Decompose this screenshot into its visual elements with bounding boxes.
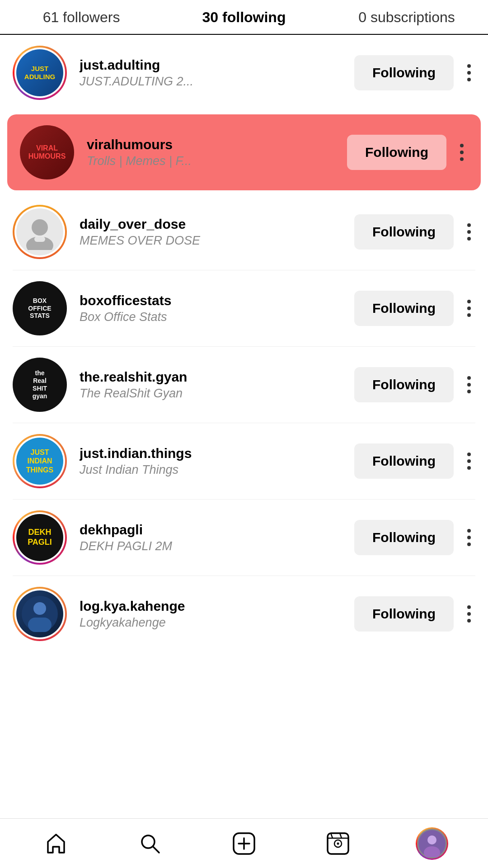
username-boxofficestats[interactable]: boxofficestats — [80, 293, 349, 308]
nav-reels[interactable] — [320, 826, 356, 862]
username-just-adulting[interactable]: just.adulting — [80, 57, 349, 73]
svg-point-0 — [32, 219, 48, 236]
account-row-viralhumours: VIRALHUMOURS viralhumours Trolls | Memes… — [7, 114, 481, 190]
more-options-just-indian-things[interactable] — [463, 448, 475, 474]
svg-point-13 — [337, 842, 339, 844]
realname-boxofficestats: Box Office Stats — [80, 310, 349, 324]
username-just-indian-things[interactable]: just.indian.things — [80, 446, 349, 461]
more-options-boxofficestats[interactable] — [463, 295, 475, 321]
following-btn-dekhpagli[interactable]: Following — [354, 520, 454, 555]
account-row-daily-over-dose: daily_over_dose MEMES OVER DOSE Followin… — [0, 194, 488, 270]
account-info-just-indian-things: just.indian.things Just Indian Things — [80, 446, 349, 477]
more-options-dekhpagli[interactable] — [463, 524, 475, 551]
account-row-just-adulting: JUSTADULING just.adulting JUST.ADULTING … — [0, 35, 488, 111]
following-btn-realshit-gyan[interactable]: Following — [354, 367, 454, 402]
more-options-viralhumours[interactable] — [455, 139, 468, 165]
nav-home[interactable] — [38, 826, 74, 862]
avatar-log-kya-kahenge[interactable] — [13, 587, 67, 641]
more-options-just-adulting[interactable] — [463, 60, 475, 86]
following-list: JUSTADULING just.adulting JUST.ADULTING … — [0, 35, 488, 706]
account-row-realshit-gyan: theRealSHITgyan the.realshit.gyan The Re… — [0, 347, 488, 423]
following-btn-daily-over-dose[interactable]: Following — [354, 214, 454, 250]
following-btn-viralhumours[interactable]: Following — [347, 135, 446, 170]
nav-profile[interactable] — [414, 826, 450, 862]
avatar-just-indian-things[interactable]: JUSTINDIANTHINGS — [13, 434, 67, 488]
following-stat[interactable]: 30 following — [163, 9, 325, 35]
username-realshit-gyan[interactable]: the.realshit.gyan — [80, 369, 349, 385]
avatar-daily-over-dose[interactable] — [13, 205, 67, 259]
username-log-kya-kahenge[interactable]: log.kya.kahenge — [80, 599, 349, 614]
avatar-realshit-gyan[interactable]: theRealSHITgyan — [13, 358, 67, 412]
svg-point-18 — [427, 835, 436, 844]
realname-daily-over-dose: MEMES OVER DOSE — [80, 234, 349, 248]
avatar-dekhpagli[interactable]: DEKHPAGLI — [13, 510, 67, 565]
account-info-just-adulting: just.adulting JUST.ADULTING 2... — [80, 57, 349, 89]
following-label: 30 following — [202, 9, 286, 26]
followers-stat[interactable]: 61 followers — [0, 9, 163, 34]
nav-add[interactable] — [226, 826, 262, 862]
nav-search[interactable] — [132, 826, 168, 862]
account-info-log-kya-kahenge: log.kya.kahenge Logkyakahenge — [80, 599, 349, 630]
realname-just-adulting: JUST.ADULTING 2... — [80, 75, 349, 89]
username-dekhpagli[interactable]: dekhpagli — [80, 522, 349, 538]
account-info-viralhumours: viralhumours Trolls | Memes | F... — [87, 137, 342, 168]
following-btn-boxofficestats[interactable]: Following — [354, 291, 454, 326]
svg-rect-2 — [34, 236, 45, 242]
more-options-log-kya-kahenge[interactable] — [463, 601, 475, 627]
avatar-viralhumours[interactable]: VIRALHUMOURS — [20, 125, 74, 179]
realname-dekhpagli: DEKH PAGLI 2M — [80, 539, 349, 553]
account-row-just-indian-things: JUSTINDIANTHINGS just.indian.things Just… — [0, 423, 488, 499]
bottom-nav — [0, 818, 488, 868]
account-row-boxofficestats: BOXOFFICESTATS boxofficestats Box Office… — [0, 270, 488, 346]
avatar-boxofficestats[interactable]: BOXOFFICESTATS — [13, 281, 67, 335]
realname-log-kya-kahenge: Logkyakahenge — [80, 616, 349, 630]
more-options-daily-over-dose[interactable] — [463, 219, 475, 245]
stats-bar: 61 followers 30 following 0 subscription… — [0, 0, 488, 35]
more-options-realshit-gyan[interactable] — [463, 372, 475, 398]
subscriptions-stat[interactable]: 0 subscriptions — [325, 9, 488, 34]
realname-viralhumours: Trolls | Memes | F... — [87, 154, 342, 168]
following-btn-just-indian-things[interactable]: Following — [354, 443, 454, 479]
account-info-daily-over-dose: daily_over_dose MEMES OVER DOSE — [80, 217, 349, 248]
avatar-just-adulting[interactable]: JUSTADULING — [13, 46, 67, 100]
following-btn-just-adulting[interactable]: Following — [354, 55, 454, 90]
account-info-realshit-gyan: the.realshit.gyan The RealShit Gyan — [80, 369, 349, 401]
subscriptions-label: 0 subscriptions — [358, 9, 455, 26]
account-info-dekhpagli: dekhpagli DEKH PAGLI 2M — [80, 522, 349, 553]
svg-line-7 — [153, 846, 159, 853]
svg-point-4 — [33, 602, 46, 615]
realname-realshit-gyan: The RealShit Gyan — [80, 387, 349, 401]
realname-just-indian-things: Just Indian Things — [80, 463, 349, 477]
username-daily-over-dose[interactable]: daily_over_dose — [80, 217, 349, 232]
following-btn-log-kya-kahenge[interactable]: Following — [354, 596, 454, 632]
account-info-boxofficestats: boxofficestats Box Office Stats — [80, 293, 349, 324]
account-row-dekhpagli: DEKHPAGLI dekhpagli DEKH PAGLI 2M Follow… — [0, 500, 488, 576]
svg-rect-5 — [28, 618, 52, 632]
followers-label: 61 followers — [43, 9, 120, 26]
account-row-log-kya-kahenge: log.kya.kahenge Logkyakahenge Following — [0, 576, 488, 652]
nav-avatar[interactable] — [416, 827, 448, 860]
username-viralhumours[interactable]: viralhumours — [87, 137, 342, 152]
